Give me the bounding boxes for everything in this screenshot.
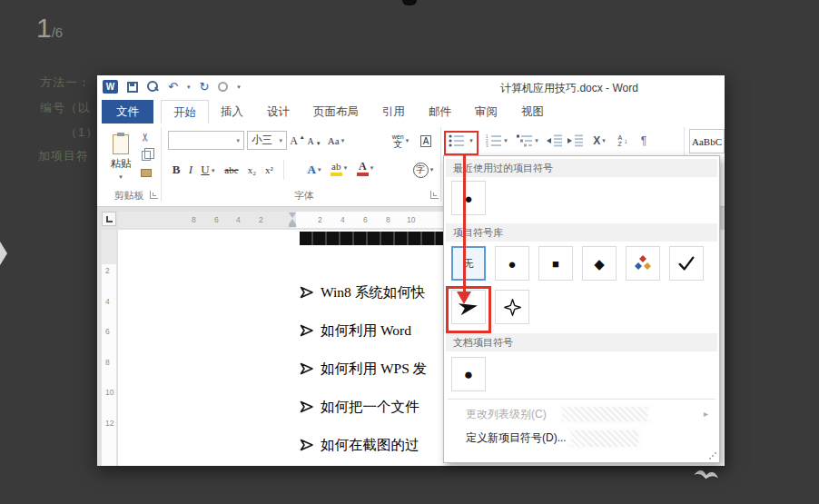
- superscript-button[interactable]: x²: [261, 160, 277, 180]
- small-separator: [283, 160, 284, 180]
- bullet-line[interactable]: 如何利用 Word: [300, 321, 411, 340]
- font-dialog-launcher-icon[interactable]: [430, 191, 439, 199]
- resize-grip-icon[interactable]: [712, 455, 714, 457]
- bullet-line[interactable]: 如何利用 WPS 发: [300, 360, 427, 378]
- ruler-number: 8: [105, 358, 110, 367]
- multilevel-list-button[interactable]: ▾: [515, 131, 540, 151]
- left-indent-marker[interactable]: [289, 224, 296, 227]
- bullet-color-diamonds[interactable]: [626, 246, 660, 281]
- tab-selector[interactable]: [102, 212, 116, 226]
- undo-icon[interactable]: ↶: [168, 81, 178, 93]
- paste-dropdown-icon[interactable]: ▾: [119, 173, 123, 181]
- tab-file[interactable]: 文件: [102, 100, 153, 124]
- bullet-line[interactable]: Win8 系统如何快: [300, 283, 425, 301]
- decrease-indent-button[interactable]: [546, 131, 564, 151]
- page-indicator: 1/6: [36, 13, 63, 44]
- subscript-button[interactable]: x₂: [244, 160, 260, 180]
- print-preview-icon[interactable]: [147, 81, 159, 93]
- ruler-number: 4: [105, 297, 110, 306]
- tab-review[interactable]: 审阅: [463, 100, 509, 124]
- undo-dropdown-icon[interactable]: ▾: [187, 84, 191, 91]
- background-note-line: 加项目符: [38, 148, 89, 164]
- show-marks-button[interactable]: ¶: [636, 131, 651, 151]
- down-arrow-icon: ↓: [624, 136, 628, 145]
- ruler-number: 4: [340, 215, 345, 224]
- italic-button[interactable]: I: [186, 160, 195, 180]
- underline-dropdown-icon[interactable]: ▾: [212, 167, 215, 174]
- censor-patch: [562, 407, 647, 421]
- qat-customize-icon[interactable]: ▾: [237, 84, 241, 91]
- bullet-checkmark[interactable]: [669, 246, 704, 281]
- highlight-color-button[interactable]: ab▾: [328, 158, 350, 178]
- vertical-ruler[interactable]: 2 4 6 8 10 12: [102, 230, 116, 466]
- ruler-number: 6: [363, 215, 368, 224]
- numbering-button[interactable]: 123 ▾: [484, 131, 509, 151]
- quick-access-toolbar: W ↶ ▾ ↻ ▾: [103, 80, 241, 94]
- strikethrough-button[interactable]: abc: [221, 160, 242, 180]
- redo-icon[interactable]: ↻: [199, 81, 209, 93]
- cut-icon[interactable]: ✂: [139, 133, 152, 142]
- arrow-bullet-icon: [300, 362, 314, 375]
- arrow-bullet-icon: [300, 400, 314, 413]
- tab-view[interactable]: 视图: [509, 100, 556, 124]
- tab-insert[interactable]: 插入: [209, 100, 255, 124]
- document-bullet-dot[interactable]: ●: [451, 357, 486, 391]
- font-name-combo[interactable]: ▾: [168, 131, 244, 150]
- underline-button[interactable]: U: [199, 160, 212, 180]
- chevron-down-icon: ▾: [535, 137, 538, 144]
- font-size-combo[interactable]: 小三▾: [247, 131, 287, 150]
- save-icon[interactable]: [127, 82, 138, 93]
- svg-text:3: 3: [486, 143, 488, 147]
- tab-references[interactable]: 引用: [370, 100, 417, 124]
- tab-home[interactable]: 开始: [161, 100, 209, 124]
- down-arrow-icon: ▼: [316, 141, 321, 146]
- asian-layout-button[interactable]: X▾: [588, 131, 610, 151]
- bullet-dot[interactable]: ●: [495, 246, 529, 281]
- style-gallery-item[interactable]: AaBbC: [689, 129, 725, 153]
- bold-button[interactable]: B: [170, 160, 183, 180]
- text-effects-button[interactable]: A▾: [304, 160, 324, 180]
- paste-button[interactable]: 粘贴 ▾: [104, 129, 137, 185]
- enclose-characters-button[interactable]: 字▾: [411, 160, 435, 180]
- font-color-button[interactable]: A▾: [354, 158, 376, 178]
- document-bullets-header: 文档项目符号: [446, 333, 717, 351]
- increase-indent-button[interactable]: [567, 131, 585, 151]
- color-diamonds-icon: [634, 254, 652, 272]
- chevron-down-icon: ▾: [236, 137, 240, 144]
- recent-bullet-dot[interactable]: ●: [451, 181, 486, 215]
- clipboard-dialog-launcher-icon[interactable]: [150, 191, 158, 199]
- font-color-swatch: [357, 173, 369, 176]
- sort-button[interactable]: AZ ↓: [613, 131, 633, 151]
- first-line-indent-marker[interactable]: [289, 212, 296, 218]
- tab-page-layout[interactable]: 页面布局: [301, 100, 370, 124]
- bullet-diamond[interactable]: ◆: [582, 246, 617, 281]
- font-group-label: 字体: [168, 189, 440, 203]
- chevron-down-icon: ▾: [318, 166, 321, 173]
- format-painter-icon[interactable]: [141, 169, 152, 177]
- shrink-font-button[interactable]: A▼: [307, 131, 321, 151]
- tab-design[interactable]: 设计: [255, 100, 301, 124]
- left-edge-marker: [0, 242, 7, 265]
- selected-text-line[interactable]: [300, 232, 447, 245]
- four-point-star-icon: [503, 298, 522, 317]
- bullet-none[interactable]: 无: [451, 246, 486, 281]
- chevron-down-icon: ▾: [341, 137, 345, 144]
- grow-font-button[interactable]: A▲: [290, 131, 305, 151]
- bullet-four-point-star[interactable]: [495, 290, 529, 324]
- bullet-line[interactable]: 如何在截图的过: [300, 436, 419, 454]
- ruler-margin-area: [102, 230, 116, 264]
- chevron-down-icon: ▾: [279, 137, 282, 144]
- character-border-button[interactable]: A: [417, 131, 435, 151]
- tab-mailings[interactable]: 邮件: [417, 100, 463, 124]
- clipboard-icon: [113, 134, 129, 154]
- copy-icon[interactable]: [142, 151, 151, 161]
- phonetic-guide-button[interactable]: wén文▾: [390, 131, 411, 151]
- background-note-line: 编号（以: [40, 100, 91, 116]
- ribbon-tab-row: 文件 开始 插入 设计 页面布局 引用 邮件 审阅 视图: [102, 100, 556, 124]
- change-case-button[interactable]: Aa▾: [324, 131, 348, 151]
- bullet-line[interactable]: 如何把一个文件: [300, 398, 419, 416]
- annotation-box-bullets-button: [444, 131, 479, 155]
- touch-mode-icon[interactable]: [218, 82, 228, 92]
- bullet-square[interactable]: ■: [538, 246, 573, 281]
- word-logo-icon: W: [103, 80, 118, 94]
